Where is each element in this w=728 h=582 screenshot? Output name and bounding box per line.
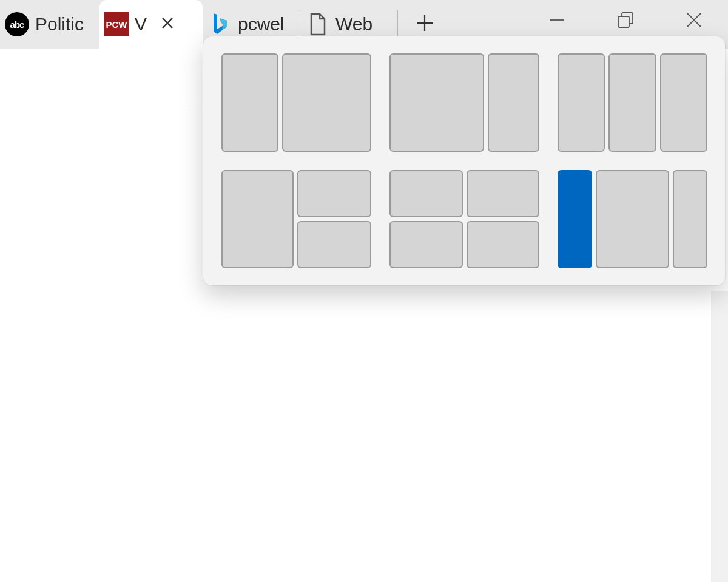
browser-toolbar <box>0 49 206 104</box>
vertical-scrollbar[interactable] <box>711 291 728 582</box>
snap-layouts-popup <box>203 36 725 285</box>
snap-pane <box>488 53 539 152</box>
snap-pane <box>297 221 371 268</box>
minimize-icon <box>548 12 565 31</box>
plus-icon <box>416 14 434 35</box>
close-tab-button[interactable] <box>157 13 178 35</box>
tab-separator <box>397 10 398 38</box>
document-favicon <box>305 12 329 36</box>
snap-layout-two-col-40-60[interactable] <box>221 53 371 152</box>
snap-pane <box>389 170 463 217</box>
snap-pane <box>467 170 540 217</box>
svg-rect-0 <box>618 16 629 27</box>
snap-pane <box>221 53 278 152</box>
snap-layout-three-col[interactable] <box>558 53 707 152</box>
pcworld-favicon: PCW <box>104 12 129 36</box>
tab-title: Web <box>335 14 372 35</box>
snap-pane <box>389 53 484 152</box>
tab-title: pcwel <box>238 14 285 35</box>
snap-layout-left-plus-stack[interactable] <box>221 170 371 268</box>
bing-favicon <box>207 12 232 36</box>
snap-layout-three-col-wide-center[interactable] <box>558 170 707 268</box>
snap-pane-selected <box>558 170 592 268</box>
tab-pcw-active[interactable]: PCW V <box>99 0 203 49</box>
close-icon <box>686 12 703 31</box>
snap-pane <box>558 53 605 152</box>
close-icon <box>160 14 175 35</box>
snap-pane <box>221 170 294 268</box>
tab-title: Politic <box>35 14 84 35</box>
snap-pane <box>673 170 707 268</box>
snap-pane <box>282 53 371 152</box>
snap-layout-four-grid[interactable] <box>389 170 539 268</box>
snap-pane <box>389 221 463 268</box>
snap-pane <box>608 53 656 152</box>
abc-news-favicon: abc <box>5 12 29 36</box>
tab-title: V <box>135 14 147 35</box>
snap-pane <box>467 221 540 268</box>
snap-pane <box>596 170 669 268</box>
snap-pane <box>660 53 707 152</box>
maximize-restore-icon <box>617 12 634 31</box>
snap-layout-two-col-65-35[interactable] <box>389 53 539 152</box>
tab-politics[interactable]: abc Politic <box>0 0 99 49</box>
snap-pane <box>297 170 371 217</box>
